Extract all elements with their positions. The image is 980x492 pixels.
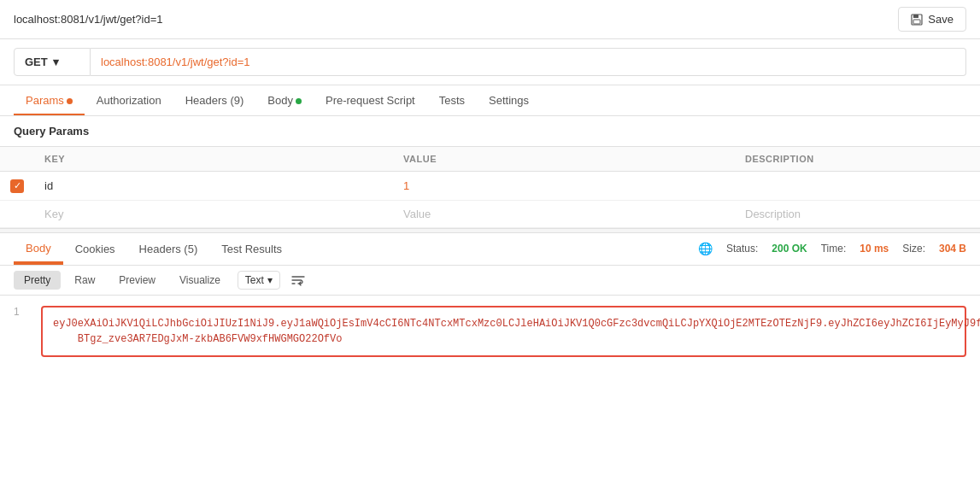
response-tabs: Body Cookies Headers (5) Test Results bbox=[14, 233, 294, 265]
method-chevron: ▾ bbox=[53, 56, 59, 68]
title-bar: localhost:8081/v1/jwt/get?id=1 Save bbox=[0, 0, 980, 39]
row-desc-cell[interactable] bbox=[735, 172, 980, 201]
format-pretty-button[interactable]: Pretty bbox=[14, 271, 61, 290]
format-bar: Pretty Raw Preview Visualize Text ▾ bbox=[0, 266, 980, 296]
col-header-value: VALUE bbox=[393, 147, 735, 172]
tab-prerequest[interactable]: Pre-request Script bbox=[314, 85, 427, 115]
empty-desc-placeholder: Description bbox=[745, 208, 801, 220]
svg-rect-2 bbox=[913, 20, 920, 24]
status-label: Status: bbox=[726, 243, 758, 255]
tab-response-body[interactable]: Body bbox=[14, 233, 63, 265]
wrap-icon bbox=[290, 273, 306, 287]
title-url: localhost:8081/v1/jwt/get?id=1 bbox=[14, 13, 163, 26]
body-dot bbox=[296, 98, 302, 104]
row-key-cell[interactable]: id bbox=[34, 172, 393, 201]
table-row-empty: Key Value Description bbox=[0, 200, 980, 227]
tab-headers[interactable]: Headers (9) bbox=[173, 85, 256, 115]
tab-cookies[interactable]: Cookies bbox=[63, 234, 127, 264]
empty-desc-cell[interactable]: Description bbox=[735, 200, 980, 227]
empty-value-placeholder: Value bbox=[403, 208, 431, 220]
url-input[interactable] bbox=[91, 48, 966, 76]
url-bar: GET ▾ bbox=[0, 39, 980, 85]
jwt-line-1: eyJ0eXAiOiJKV1QiLCJhbGciOiJIUzI1NiJ9.eyJ… bbox=[53, 316, 954, 331]
format-raw-button[interactable]: Raw bbox=[64, 271, 105, 290]
save-button[interactable]: Save bbox=[898, 7, 966, 32]
save-icon bbox=[911, 14, 923, 26]
row-checkbox[interactable] bbox=[10, 179, 24, 193]
empty-key-cell[interactable]: Key bbox=[34, 200, 393, 227]
method-select[interactable]: GET ▾ bbox=[14, 48, 91, 76]
col-header-key: KEY bbox=[34, 147, 393, 172]
format-visualize-button[interactable]: Visualize bbox=[169, 271, 231, 290]
row-value-cell[interactable]: 1 bbox=[393, 172, 735, 201]
empty-value-cell[interactable]: Value bbox=[393, 200, 735, 227]
status-value: 200 OK bbox=[772, 243, 807, 255]
size-value: 304 B bbox=[939, 243, 966, 255]
params-dot bbox=[67, 98, 73, 104]
row-value: 1 bbox=[403, 179, 409, 192]
row-checkbox-cell[interactable] bbox=[0, 172, 34, 201]
time-label: Time: bbox=[821, 243, 847, 255]
request-tabs-bar: Params Authorization Headers (9) Body Pr… bbox=[0, 85, 980, 116]
params-table: KEY VALUE DESCRIPTION id 1 Key Value bbox=[0, 146, 980, 228]
line-number-1: 1 bbox=[14, 306, 31, 318]
tab-authorization[interactable]: Authorization bbox=[85, 85, 173, 115]
tab-test-results[interactable]: Test Results bbox=[209, 234, 294, 264]
col-header-check bbox=[0, 147, 34, 172]
response-bar: Body Cookies Headers (5) Test Results 🌐 … bbox=[0, 233, 980, 266]
empty-checkbox-cell bbox=[0, 200, 34, 227]
col-header-description: DESCRIPTION bbox=[735, 147, 980, 172]
empty-key-placeholder: Key bbox=[44, 208, 63, 220]
wrap-icon-button[interactable] bbox=[290, 273, 306, 287]
response-body: 1 eyJ0eXAiOiJKV1QiLCJhbGciOiJIUzI1NiJ9.e… bbox=[0, 296, 980, 367]
tab-settings[interactable]: Settings bbox=[477, 85, 541, 115]
tab-params[interactable]: Params bbox=[14, 85, 85, 115]
tab-tests[interactable]: Tests bbox=[427, 85, 477, 115]
jwt-line-2: BTgz_zve3AR7EDgJxM-zkbAB6FVW9xfHWGMGO22O… bbox=[53, 331, 954, 347]
svg-rect-1 bbox=[913, 15, 918, 18]
response-line-1: 1 eyJ0eXAiOiJKV1QiLCJhbGciOiJIUzI1NiJ9.e… bbox=[14, 306, 966, 357]
text-type-chevron: ▾ bbox=[267, 274, 273, 286]
tab-response-headers[interactable]: Headers (5) bbox=[127, 234, 210, 264]
method-label: GET bbox=[25, 56, 48, 68]
query-params-title: Query Params bbox=[0, 116, 980, 146]
time-value: 10 ms bbox=[860, 243, 889, 255]
row-key: id bbox=[44, 179, 53, 192]
response-content[interactable]: eyJ0eXAiOiJKV1QiLCJhbGciOiJIUzI1NiJ9.eyJ… bbox=[41, 306, 966, 357]
text-type-label: Text bbox=[245, 274, 264, 286]
text-type-select[interactable]: Text ▾ bbox=[238, 271, 280, 290]
format-preview-button[interactable]: Preview bbox=[109, 271, 166, 290]
size-label: Size: bbox=[902, 243, 925, 255]
save-label: Save bbox=[928, 13, 954, 26]
tab-body[interactable]: Body bbox=[255, 85, 314, 115]
response-status: 🌐 Status: 200 OK Time: 10 ms Size: 304 B bbox=[698, 235, 966, 262]
table-row: id 1 bbox=[0, 172, 980, 201]
globe-icon: 🌐 bbox=[698, 242, 713, 255]
